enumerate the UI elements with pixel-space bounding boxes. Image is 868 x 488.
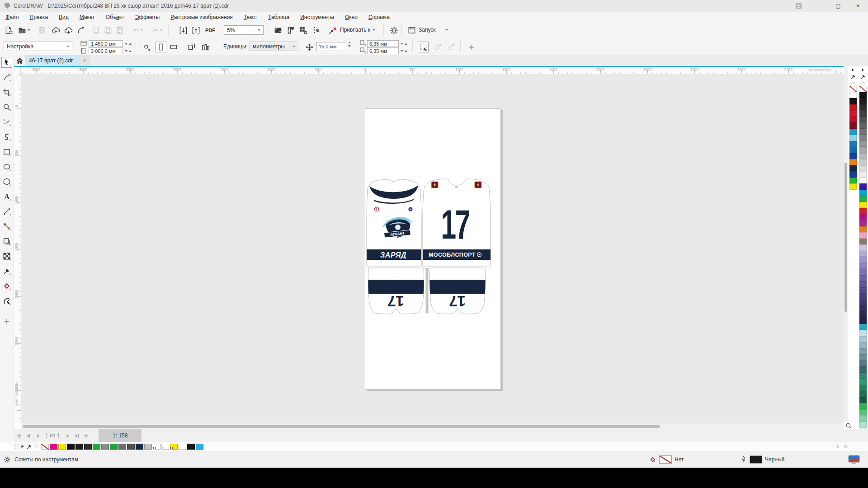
- smart-fill-tool[interactable]: [1, 296, 12, 306]
- color-swatch[interactable]: [187, 443, 195, 450]
- color-swatch[interactable]: [859, 171, 867, 178]
- color-swatch[interactable]: [859, 391, 867, 397]
- snap-to-dropdown[interactable]: Привязать к: [340, 27, 375, 33]
- color-swatch[interactable]: [859, 178, 867, 184]
- add-property-button[interactable]: [466, 42, 476, 52]
- color-swatch[interactable]: [92, 443, 101, 450]
- color-swatch[interactable]: [849, 104, 857, 111]
- color-swatch[interactable]: [859, 220, 867, 226]
- menu-растровые-изображения[interactable]: Растровые изображения: [165, 14, 238, 20]
- color-swatch[interactable]: [859, 415, 867, 422]
- palette-flyout-arrow[interactable]: [20, 444, 25, 449]
- color-swatch[interactable]: [859, 110, 867, 117]
- color-swatch[interactable]: [849, 153, 857, 160]
- color-swatch[interactable]: [859, 190, 867, 196]
- color-swatch[interactable]: [178, 443, 187, 450]
- color-swatch[interactable]: [859, 129, 867, 135]
- color-swatch[interactable]: [859, 251, 867, 257]
- account-icon[interactable]: [788, 0, 808, 12]
- page-height-field[interactable]: 3 000,0 мм: [89, 47, 123, 54]
- options-gear-icon[interactable]: [388, 24, 400, 36]
- zoom-tool[interactable]: [1, 102, 12, 113]
- color-swatch[interactable]: [109, 443, 118, 450]
- color-swatch[interactable]: [849, 141, 857, 147]
- interactive-fill-tool[interactable]: [1, 281, 12, 291]
- color-swatch[interactable]: [859, 202, 867, 208]
- color-swatch[interactable]: [859, 257, 867, 263]
- menu-окно[interactable]: Окно: [340, 14, 363, 20]
- color-swatch[interactable]: [859, 153, 867, 160]
- color-swatch[interactable]: [849, 129, 857, 135]
- last-page-button[interactable]: [72, 431, 81, 440]
- color-swatch[interactable]: [859, 147, 867, 153]
- color-swatch[interactable]: [859, 208, 867, 214]
- units-combo[interactable]: миллиметры: [250, 42, 298, 51]
- palette-scroll-right[interactable]: [835, 444, 840, 449]
- color-swatch[interactable]: [849, 117, 857, 123]
- color-swatch[interactable]: [859, 281, 867, 287]
- color-swatch[interactable]: [101, 443, 109, 450]
- color-swatch[interactable]: [859, 379, 867, 385]
- fill-status[interactable]: Нет: [649, 455, 684, 464]
- color-swatch[interactable]: [859, 385, 867, 391]
- autofit-page-icon[interactable]: [141, 42, 152, 52]
- color-swatch[interactable]: [859, 214, 867, 221]
- color-swatch[interactable]: [859, 275, 867, 282]
- color-swatch[interactable]: [859, 98, 867, 104]
- menu-макет[interactable]: Макет: [74, 14, 100, 20]
- show-grid-button[interactable]: [297, 24, 309, 36]
- zoom-level-combo[interactable]: 5%: [224, 25, 264, 35]
- portrait-orientation-button[interactable]: [156, 42, 166, 52]
- close-button[interactable]: ✕: [848, 0, 868, 12]
- menu-справка[interactable]: Справка: [363, 14, 395, 20]
- duplicate-y-spinner[interactable]: [401, 47, 407, 54]
- color-swatch[interactable]: [144, 443, 152, 450]
- crop-tool[interactable]: [1, 87, 12, 98]
- open-dropdown-arrow[interactable]: [26, 24, 32, 36]
- ruler-origin[interactable]: [14, 67, 21, 74]
- palette-scroll-up[interactable]: [849, 80, 858, 86]
- color-swatch[interactable]: [859, 366, 867, 373]
- color-swatch[interactable]: [859, 165, 867, 172]
- color-swatch[interactable]: [849, 165, 857, 172]
- color-swatch[interactable]: [859, 92, 867, 99]
- color-swatch[interactable]: [152, 443, 161, 450]
- show-rulers-button[interactable]: [285, 24, 297, 36]
- palette-eyedropper-icon[interactable]: [859, 73, 868, 80]
- menu-файл[interactable]: Файл: [0, 14, 24, 20]
- color-swatch[interactable]: [170, 443, 178, 450]
- minimize-button[interactable]: –: [808, 0, 828, 12]
- duplicate-x-spinner[interactable]: [401, 40, 407, 47]
- launcher-window-icon[interactable]: [406, 24, 418, 36]
- color-swatch[interactable]: [849, 135, 857, 141]
- color-swatch[interactable]: [859, 342, 867, 348]
- outline-status[interactable]: Черный: [741, 455, 784, 464]
- color-swatch[interactable]: [859, 305, 867, 312]
- color-swatch[interactable]: [849, 92, 857, 99]
- freehand-tool[interactable]: [1, 117, 12, 127]
- page[interactable]: АТЛАНТ ЗАРЯД 17 МОСОБЛСПОРТ: [365, 108, 501, 389]
- nudge-spinner[interactable]: [348, 42, 351, 47]
- color-swatch[interactable]: [49, 443, 58, 450]
- previous-page-button[interactable]: [33, 431, 42, 440]
- document-tab[interactable]: 46-17 врат (2).cdr: [25, 55, 79, 66]
- color-swatch[interactable]: [849, 147, 857, 153]
- color-swatch[interactable]: [859, 122, 867, 129]
- export-button[interactable]: [190, 24, 202, 36]
- vertical-ruler[interactable]: 050010001500200025003000миллиметры: [14, 74, 21, 423]
- color-swatch[interactable]: [849, 171, 857, 178]
- color-swatch[interactable]: [859, 269, 867, 275]
- palette-eyedropper-icon[interactable]: [26, 443, 33, 450]
- landscape-orientation-button[interactable]: [168, 42, 179, 52]
- polygon-tool[interactable]: [1, 176, 12, 187]
- menu-эффекты[interactable]: Эффекты: [130, 14, 165, 20]
- color-swatch[interactable]: [859, 226, 867, 233]
- color-swatch[interactable]: [859, 263, 867, 269]
- next-page-button[interactable]: [63, 431, 72, 440]
- color-swatch[interactable]: [58, 443, 66, 450]
- color-swatch[interactable]: [41, 443, 49, 450]
- menu-текст[interactable]: Текст: [238, 14, 263, 20]
- page-preset-combo[interactable]: Настройка: [4, 42, 72, 51]
- menu-инструменты[interactable]: Инструменты: [295, 14, 340, 20]
- color-swatch[interactable]: [859, 312, 867, 318]
